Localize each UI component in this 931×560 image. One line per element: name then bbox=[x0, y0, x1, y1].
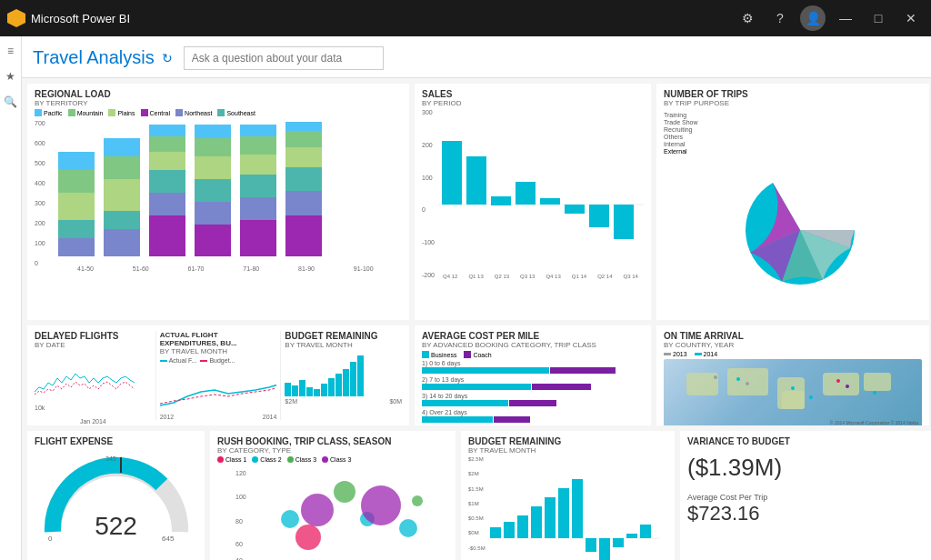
powerbi-logo-icon bbox=[7, 9, 25, 27]
ontime-title: On Time Arrival bbox=[664, 331, 922, 341]
sidebar-bookmark-icon[interactable]: ★ bbox=[4, 69, 18, 84]
regional-load-subtitle: BY TERRITORY bbox=[35, 99, 402, 107]
svg-rect-0 bbox=[58, 238, 95, 256]
sidebar-menu-icon[interactable]: ≡ bbox=[4, 44, 18, 58]
svg-rect-9 bbox=[104, 138, 140, 156]
tile-sales: Sales BY PERIOD 300 200 100 0 -100 -200 bbox=[415, 84, 651, 320]
trips-subtitle: BY TRIP PURPOSE bbox=[664, 99, 922, 107]
svg-rect-30 bbox=[285, 167, 322, 191]
svg-rect-15 bbox=[149, 125, 185, 136]
svg-rect-78 bbox=[626, 534, 637, 538]
delayed-x-label: Jan 2014 bbox=[80, 418, 106, 425]
page-header: Travel Analysis ↻ bbox=[22, 36, 931, 78]
legend-northeast: Northeast bbox=[175, 109, 212, 116]
sales-title: Sales bbox=[422, 89, 644, 99]
actual-title: Actual Flight Expenditures, Bu... bbox=[160, 331, 277, 347]
svg-point-53 bbox=[334, 481, 355, 503]
tile-flight-expense: Flight Expense 0 645 bbox=[27, 431, 205, 560]
dashboard: Regional Load BY TERRITORY Pacific Mount… bbox=[22, 78, 931, 560]
svg-rect-33 bbox=[285, 122, 322, 131]
tile-trips: Number of Trips BY TRIP PURPOSE Training… bbox=[656, 84, 929, 320]
svg-text:60: 60 bbox=[235, 541, 243, 547]
trips-pie-chart bbox=[718, 148, 882, 312]
topbar: Microsoft Power BI ⚙ ? 👤 — □ ✕ bbox=[0, 0, 931, 36]
svg-rect-22 bbox=[240, 220, 276, 256]
svg-rect-38 bbox=[516, 182, 536, 205]
svg-rect-1 bbox=[58, 220, 95, 238]
gauge-value: 522 bbox=[44, 512, 189, 541]
svg-rect-5 bbox=[104, 229, 140, 256]
ontime-subtitle: BY COUNTRY, YEAR bbox=[664, 341, 922, 349]
app-name-label: Microsoft Power BI bbox=[31, 12, 130, 25]
help-button[interactable]: ? bbox=[767, 5, 793, 31]
budget-sm-subtitle: BY TRAVEL MONTH bbox=[285, 341, 402, 349]
svg-rect-3 bbox=[58, 170, 95, 193]
svg-rect-18 bbox=[195, 179, 231, 202]
svg-rect-27 bbox=[240, 125, 276, 136]
svg-rect-19 bbox=[195, 156, 231, 179]
flight-exp-title: Flight Expense bbox=[35, 436, 197, 446]
minimize-button[interactable]: — bbox=[833, 5, 858, 31]
rush-subtitle: BY CATEGORY, TYPE bbox=[217, 446, 448, 455]
legend-mountain: Mountain bbox=[68, 109, 104, 116]
sidebar: ≡ ★ 🔍 bbox=[0, 36, 22, 560]
svg-rect-75 bbox=[586, 538, 596, 552]
row3: Flight Expense 0 645 bbox=[27, 431, 931, 560]
page-title: Travel Analysis bbox=[33, 47, 155, 68]
legend-plains: Plains bbox=[108, 109, 135, 116]
budget-sm-title: Budget Remaining bbox=[285, 331, 402, 341]
main-content: Travel Analysis ↻ Regional Load BY TERRI… bbox=[22, 36, 931, 560]
svg-rect-7 bbox=[104, 179, 140, 211]
svg-rect-14 bbox=[149, 136, 185, 152]
svg-rect-36 bbox=[466, 156, 486, 205]
svg-rect-26 bbox=[240, 136, 276, 155]
budget-lg-title: Budget Remaining bbox=[468, 436, 667, 446]
actual-subtitle: BY TRAVEL MONTH bbox=[160, 347, 277, 355]
regional-load-title: Regional Load bbox=[35, 89, 402, 99]
svg-rect-6 bbox=[104, 211, 140, 229]
regional-load-legend: Pacific Mountain Plains Central Northeas… bbox=[35, 109, 402, 116]
user-button[interactable]: 👤 bbox=[800, 5, 826, 31]
svg-rect-21 bbox=[195, 125, 231, 138]
svg-rect-25 bbox=[240, 155, 276, 175]
svg-rect-28 bbox=[285, 215, 322, 256]
legend-southeast: Southeast bbox=[217, 109, 255, 116]
svg-text:100: 100 bbox=[235, 494, 246, 500]
svg-rect-10 bbox=[149, 215, 185, 256]
svg-text:345: 345 bbox=[105, 455, 116, 462]
avg-cost-trip-value: $723.16 bbox=[687, 502, 927, 525]
sales-chart bbox=[437, 109, 644, 277]
svg-text:80: 80 bbox=[235, 518, 243, 525]
svg-rect-77 bbox=[613, 538, 624, 547]
avg-cost-subtitle: BY ADVANCED BOOKING CATEGORY, TRIP CLASS bbox=[422, 341, 644, 349]
svg-rect-40 bbox=[565, 205, 585, 214]
qa-input[interactable] bbox=[184, 46, 384, 70]
svg-point-56 bbox=[361, 485, 401, 525]
svg-rect-11 bbox=[149, 193, 185, 215]
delayed-subtitle: BY DATE bbox=[35, 341, 152, 349]
trips-title: Number of Trips bbox=[664, 89, 922, 99]
svg-rect-41 bbox=[589, 205, 609, 227]
svg-rect-70 bbox=[517, 515, 528, 538]
svg-point-59 bbox=[281, 510, 299, 528]
sidebar-search-icon[interactable]: 🔍 bbox=[4, 95, 18, 109]
ontime-map: © 2014 Microsoft Corporation © 2014 Noki… bbox=[664, 359, 922, 425]
svg-rect-23 bbox=[240, 197, 276, 220]
sales-subtitle: BY PERIOD bbox=[422, 99, 644, 107]
tile-rush-booking: Rush Booking, Trip Class, Season BY CATE… bbox=[210, 431, 455, 560]
svg-text:120: 120 bbox=[235, 470, 246, 476]
rush-title: Rush Booking, Trip Class, Season bbox=[217, 436, 448, 446]
svg-rect-13 bbox=[149, 152, 185, 170]
close-button[interactable]: ✕ bbox=[898, 5, 924, 31]
tile-variance: Variance to Budget ($1.39M) Average Cost… bbox=[680, 431, 931, 560]
svg-rect-8 bbox=[104, 156, 140, 179]
refresh-icon[interactable]: ↻ bbox=[162, 51, 173, 65]
legend-central: Central bbox=[141, 109, 171, 116]
svg-rect-29 bbox=[285, 191, 322, 215]
maximize-button[interactable]: □ bbox=[866, 5, 891, 31]
tile-regional-load: Regional Load BY TERRITORY Pacific Mount… bbox=[27, 84, 409, 320]
settings-button[interactable]: ⚙ bbox=[735, 5, 760, 31]
svg-rect-20 bbox=[195, 138, 231, 156]
tile-avg-cost: Average Cost Per Mile BY ADVANCED BOOKIN… bbox=[415, 325, 651, 425]
bubble-chart: 120 100 80 60 40 bbox=[235, 465, 454, 560]
